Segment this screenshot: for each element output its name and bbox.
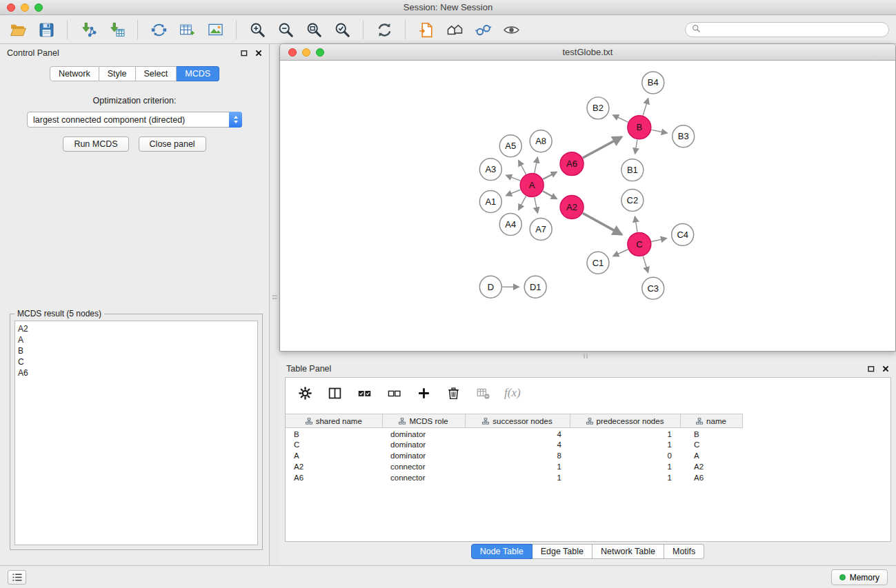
task-history-button[interactable] — [8, 570, 26, 585]
table-row[interactable]: Cdominator41C — [286, 439, 742, 450]
table-cell[interactable]: 1 — [465, 472, 570, 483]
column-header[interactable]: successor nodes — [465, 414, 570, 428]
table-cell[interactable]: C — [680, 439, 742, 450]
column-header[interactable]: shared name — [286, 414, 382, 428]
tab-mcds[interactable]: MCDS — [177, 66, 219, 81]
close-table-panel-icon[interactable] — [882, 365, 889, 372]
table-cell[interactable]: C — [286, 439, 382, 450]
tab-network[interactable]: Network — [50, 66, 99, 81]
network-node[interactable]: C2 — [621, 190, 644, 212]
table-row[interactable]: Bdominator41B — [286, 428, 742, 439]
function-builder-icon[interactable]: f(x) — [504, 385, 521, 401]
network-node[interactable]: B4 — [642, 72, 664, 94]
network-node[interactable]: C3 — [642, 277, 664, 299]
network-edge[interactable] — [651, 130, 667, 133]
network-edge[interactable] — [651, 239, 666, 242]
glasses-icon[interactable] — [472, 19, 494, 41]
network-edge[interactable] — [506, 190, 521, 195]
table-cell[interactable]: connector — [382, 472, 465, 483]
save-session-icon[interactable] — [35, 19, 57, 41]
zoom-fit-icon[interactable] — [303, 19, 325, 41]
apply-layout-icon[interactable] — [373, 19, 395, 41]
network-graph[interactable]: B4B2BB3A5A8A6B1A3AC2A1A2A4A7C4CC1C3DD1 — [280, 61, 895, 351]
table-row[interactable]: A6connector11A6 — [286, 472, 742, 483]
table-cell[interactable]: A — [680, 450, 742, 461]
table-cell[interactable]: A — [286, 450, 382, 461]
table-cell[interactable]: connector — [382, 461, 465, 472]
gear-icon[interactable] — [297, 385, 313, 401]
network-arrows-icon[interactable] — [148, 19, 170, 41]
network-edge[interactable] — [506, 175, 521, 181]
list-item[interactable]: B — [18, 345, 255, 356]
network-node[interactable]: B3 — [673, 125, 695, 148]
table-row[interactable]: Adominator80A — [286, 450, 742, 461]
table-cell[interactable]: 8 — [465, 450, 570, 461]
network-node[interactable]: D1 — [524, 276, 546, 298]
network-edge[interactable] — [543, 191, 557, 199]
table-cell[interactable]: A2 — [286, 461, 382, 472]
import-table-icon[interactable] — [106, 19, 128, 41]
list-item[interactable]: A6 — [18, 367, 255, 378]
import-network-icon[interactable] — [77, 19, 99, 41]
network-node[interactable]: B1 — [621, 159, 644, 181]
network-edge[interactable] — [643, 99, 648, 116]
network-node[interactable]: D — [479, 276, 501, 298]
horizontal-splitter-grip[interactable] — [584, 354, 588, 358]
table-cell[interactable]: 1 — [570, 439, 680, 450]
network-node[interactable]: A3 — [479, 159, 501, 181]
tab-node-table[interactable]: Node Table — [471, 544, 532, 559]
home-network-icon[interactable] — [444, 19, 466, 41]
add-row-icon[interactable] — [415, 385, 432, 401]
network-node[interactable]: A5 — [499, 135, 521, 157]
deselect-all-icon[interactable] — [386, 385, 402, 401]
table-cell[interactable]: B — [680, 428, 742, 439]
network-node[interactable]: A4 — [499, 213, 521, 235]
export-table-icon[interactable] — [176, 19, 198, 41]
network-edge[interactable] — [519, 196, 526, 210]
table-cell[interactable]: 4 — [465, 439, 570, 450]
table-cell[interactable]: 4 — [465, 428, 570, 439]
select-all-icon[interactable] — [356, 385, 372, 401]
table-cell[interactable]: A2 — [680, 461, 742, 472]
table-cell[interactable]: 1 — [570, 428, 680, 439]
network-node[interactable]: C1 — [587, 252, 609, 274]
export-image-icon[interactable] — [204, 19, 226, 41]
network-edge[interactable] — [535, 157, 538, 173]
zoom-in-icon[interactable] — [246, 19, 268, 41]
table-cell[interactable]: 1 — [570, 461, 680, 472]
close-panel-icon[interactable] — [255, 50, 262, 57]
network-edge[interactable] — [643, 256, 648, 273]
zoom-out-icon[interactable] — [275, 19, 297, 41]
table-cell[interactable]: dominator — [382, 439, 465, 450]
float-panel-icon[interactable] — [241, 50, 248, 57]
network-window-titlebar[interactable]: testGlobe.txt — [280, 44, 895, 61]
column-header[interactable]: MCDS role — [382, 414, 465, 428]
list-item[interactable]: A2 — [18, 323, 255, 334]
vertical-splitter-grip[interactable] — [272, 295, 277, 299]
column-header[interactable]: name — [680, 414, 742, 428]
table-cell[interactable]: A6 — [680, 472, 742, 483]
table-cell[interactable]: dominator — [382, 428, 465, 439]
network-node[interactable]: B — [628, 116, 651, 139]
table-cell[interactable]: 1 — [465, 461, 570, 472]
network-edge[interactable] — [613, 115, 628, 122]
tab-network-table[interactable]: Network Table — [593, 544, 664, 559]
eye-icon[interactable] — [500, 19, 522, 41]
tab-style[interactable]: Style — [99, 66, 136, 81]
network-edge[interactable] — [543, 172, 557, 179]
list-item[interactable]: C — [18, 356, 255, 367]
network-canvas[interactable]: B4B2BB3A5A8A6B1A3AC2A1A2A4A7C4CC1C3DD1 — [280, 61, 895, 351]
open-session-icon[interactable] — [7, 19, 29, 41]
table-cell[interactable]: dominator — [382, 450, 465, 461]
network-edge[interactable] — [583, 137, 622, 159]
float-table-panel-icon[interactable] — [868, 365, 875, 372]
network-node[interactable]: B2 — [587, 97, 609, 119]
columns-icon[interactable] — [326, 385, 343, 401]
import-file-icon[interactable] — [415, 19, 437, 41]
network-edge[interactable] — [519, 161, 526, 174]
network-node[interactable]: A — [520, 174, 544, 197]
network-edge[interactable] — [635, 140, 637, 154]
table-cell[interactable]: A6 — [286, 472, 382, 483]
table-row[interactable]: A2connector11A2 — [286, 461, 742, 472]
network-edge[interactable] — [635, 216, 637, 232]
